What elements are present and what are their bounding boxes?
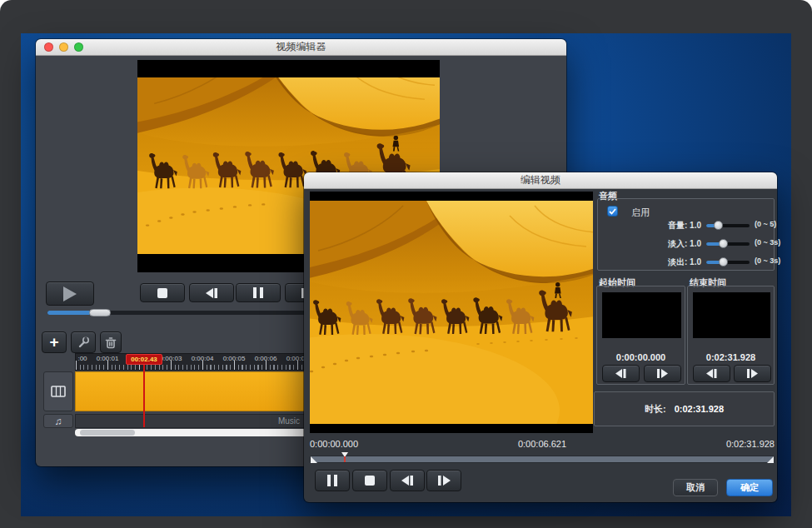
volume-row: 音量: 1.0 (0 ~ 5) [598, 220, 774, 232]
seek-end-time: 0:02:31.928 [726, 439, 775, 449]
step-forward-icon [438, 476, 451, 486]
ruler-label: 0:00:04 [192, 355, 214, 362]
video-track-header [43, 371, 73, 411]
delete-clip-button[interactable] [100, 331, 122, 353]
dialog-title: 编辑视频 [521, 173, 560, 187]
stop-button[interactable] [140, 283, 185, 302]
monitor-frame: 视频编辑器 + [0, 0, 812, 528]
progress-knob[interactable] [89, 309, 111, 316]
step-back-button[interactable] [189, 283, 234, 302]
film-icon [51, 386, 66, 397]
fade-in-row: 淡入: 1.0 (0 ~ 3s) [598, 238, 774, 250]
fade-out-range-label: (0 ~ 3s) [755, 257, 780, 265]
trash-icon [105, 336, 117, 349]
music-note-icon: ♫ [55, 416, 62, 427]
ruler-label: 0:00:05 [223, 355, 246, 362]
end-time-value: 0:02:31.928 [688, 352, 774, 362]
end-step-back-button[interactable] [693, 365, 730, 382]
fade-out-slider[interactable] [706, 257, 750, 267]
main-window-title: 视频编辑器 [276, 40, 326, 54]
audio-panel: 启用 音量: 1.0 (0 ~ 5) 淡入: 1.0 (0 ~ 3s) [597, 198, 775, 271]
timeline-scrollbar-thumb[interactable] [80, 430, 135, 436]
stop-icon [157, 288, 167, 298]
main-window-titlebar[interactable]: 视频编辑器 [36, 39, 566, 56]
playhead-time-text: 00:02.43 [131, 356, 157, 363]
dialog-step-back-button[interactable] [390, 470, 425, 491]
traffic-lights [44, 42, 83, 52]
end-time-panel: 0:02:31.928 [687, 286, 775, 385]
stop-icon [365, 476, 375, 486]
music-clip-label: Music [278, 416, 300, 426]
minimize-icon[interactable] [59, 42, 68, 52]
fade-out-label: 淡出: 1.0 [598, 257, 701, 268]
start-time-panel: 0:00:00.000 [596, 286, 685, 385]
slider-knob[interactable] [719, 257, 728, 266]
fade-in-range-label: (0 ~ 3s) [755, 238, 780, 247]
pause-icon [327, 475, 337, 486]
seek-current-time: 0:00:06.621 [310, 439, 775, 449]
start-step-back-button[interactable] [602, 365, 640, 382]
dialog-video-preview [310, 192, 593, 433]
step-back-icon [401, 476, 414, 486]
step-back-icon [615, 369, 626, 378]
step-forward-icon [747, 369, 758, 378]
wrench-icon [77, 336, 90, 349]
add-clip-button[interactable]: + [42, 331, 67, 353]
trim-end-handle[interactable] [767, 456, 774, 463]
seek-position-tick [344, 456, 346, 462]
edit-tools-button[interactable] [71, 331, 96, 353]
dialog-pause-button[interactable] [315, 470, 350, 491]
desert-caravan-video-frame [310, 201, 593, 424]
audio-enable-checkbox[interactable] [607, 206, 618, 217]
ruler-label: 0:00:06 [255, 355, 277, 362]
pause-icon [253, 287, 263, 298]
fade-in-label: 淡入: 1.0 [598, 238, 701, 250]
play-icon [63, 286, 77, 301]
play-button[interactable] [46, 281, 94, 306]
duration-value: 0:02:31.928 [675, 404, 724, 414]
timeline-playhead[interactable] [143, 354, 145, 427]
cancel-button[interactable]: 取消 [673, 479, 718, 496]
volume-slider[interactable] [706, 221, 750, 231]
progress-fill [47, 311, 91, 315]
slider-knob[interactable] [714, 221, 723, 230]
fade-in-slider[interactable] [706, 239, 750, 249]
ok-button-label: 确定 [740, 481, 759, 494]
audio-enable-label: 启用 [631, 207, 650, 219]
duration-label: 时长: [645, 403, 666, 416]
volume-range-label: (0 ~ 5) [755, 220, 776, 228]
pause-button[interactable] [236, 283, 281, 302]
ok-button[interactable]: 确定 [726, 479, 773, 496]
start-frame-thumbnail [602, 292, 681, 338]
end-frame-thumbnail [693, 292, 770, 338]
fade-out-row: 淡出: 1.0 (0 ~ 3s) [598, 257, 774, 268]
cancel-button-label: 取消 [686, 481, 705, 494]
seek-times-row: 0:00:00.000 0:00:06.621 0:02:31.928 [310, 439, 775, 450]
playhead-time-badge: 00:02.43 [126, 354, 162, 365]
dialog-titlebar[interactable]: 编辑视频 [304, 172, 777, 189]
start-time-value: 0:00:00.000 [597, 352, 685, 362]
slider-knob[interactable] [719, 239, 728, 248]
close-icon[interactable] [44, 42, 53, 52]
ruler-label: :00 [77, 355, 87, 362]
music-clip[interactable]: Music [75, 414, 306, 428]
end-step-forward-button[interactable] [734, 365, 771, 382]
step-back-icon [206, 288, 218, 298]
ruler-label: 0:00:03 [160, 355, 182, 362]
plus-icon: + [49, 334, 58, 350]
step-forward-icon [657, 369, 668, 378]
edit-video-dialog: 编辑视频 音频 启用 音量: 1.0 (0 ~ 5) 淡入: 1.0 [304, 172, 777, 502]
dialog-step-forward-button[interactable] [426, 470, 461, 491]
start-step-forward-button[interactable] [644, 365, 681, 382]
music-track-header: ♫ [43, 414, 73, 428]
dialog-stop-button[interactable] [352, 470, 387, 491]
check-icon [609, 208, 616, 215]
trim-seekbar[interactable] [310, 452, 775, 464]
duration-panel: 时长: 0:02:31.928 [594, 391, 775, 426]
seekbar-track [310, 456, 775, 463]
zoom-icon[interactable] [74, 42, 83, 52]
step-back-icon [706, 369, 717, 378]
trim-start-handle[interactable] [311, 456, 317, 463]
ruler-label: 0:00:01 [97, 355, 119, 362]
volume-label: 音量: 1.0 [598, 220, 701, 232]
